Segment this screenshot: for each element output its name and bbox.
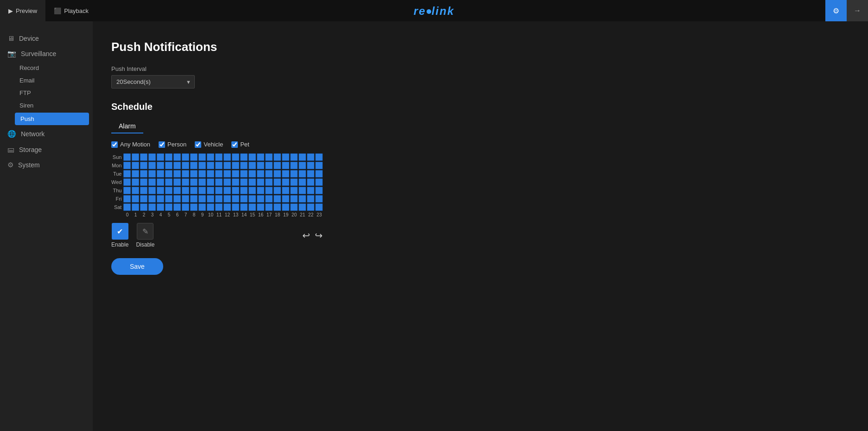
grid-cell[interactable]: [182, 178, 189, 186]
grid-cell[interactable]: [315, 178, 323, 186]
grid-cell[interactable]: [223, 178, 231, 186]
grid-cell[interactable]: [290, 187, 298, 194]
grid-cell[interactable]: [132, 203, 139, 211]
grid-cell[interactable]: [148, 162, 156, 169]
grid-cell[interactable]: [232, 203, 239, 211]
sidebar-item-system[interactable]: ⚙ System: [0, 157, 93, 173]
grid-cell[interactable]: [299, 153, 306, 161]
grid-cell[interactable]: [198, 187, 206, 194]
grid-cell[interactable]: [249, 203, 256, 211]
grid-cell[interactable]: [148, 195, 156, 203]
grid-cell[interactable]: [307, 203, 314, 211]
grid-cell[interactable]: [282, 203, 289, 211]
grid-cell[interactable]: [190, 170, 198, 177]
grid-cell[interactable]: [232, 170, 239, 177]
preview-button[interactable]: ▶ Preview: [0, 0, 45, 21]
grid-cell[interactable]: [182, 195, 189, 203]
grid-cell[interactable]: [132, 178, 139, 186]
grid-cell[interactable]: [123, 170, 131, 177]
grid-cell[interactable]: [307, 178, 314, 186]
grid-cell[interactable]: [198, 162, 206, 169]
grid-cell[interactable]: [132, 187, 139, 194]
sidebar-sub-email[interactable]: Email: [0, 74, 93, 87]
grid-cell[interactable]: [249, 187, 256, 194]
grid-cell[interactable]: [165, 195, 172, 203]
grid-cell[interactable]: [215, 178, 223, 186]
sidebar-item-surveillance[interactable]: 📷 Surveillance: [0, 46, 93, 62]
grid-cell[interactable]: [207, 170, 214, 177]
grid-cell[interactable]: [157, 203, 164, 211]
grid-cell[interactable]: [182, 162, 189, 169]
grid-cell[interactable]: [223, 162, 231, 169]
grid-cell[interactable]: [198, 195, 206, 203]
grid-cell[interactable]: [257, 195, 264, 203]
grid-cell[interactable]: [140, 170, 147, 177]
grid-cell[interactable]: [165, 153, 172, 161]
grid-cell[interactable]: [148, 187, 156, 194]
grid-cell[interactable]: [290, 153, 298, 161]
grid-cell[interactable]: [249, 195, 256, 203]
grid-cell[interactable]: [173, 195, 181, 203]
checkbox-vehicle[interactable]: Vehicle: [195, 141, 223, 148]
grid-cell[interactable]: [190, 203, 198, 211]
grid-cell[interactable]: [265, 187, 273, 194]
grid-cell[interactable]: [299, 187, 306, 194]
settings-button[interactable]: ⚙: [825, 0, 847, 21]
grid-cell[interactable]: [274, 203, 281, 211]
grid-cell[interactable]: [173, 153, 181, 161]
grid-cell[interactable]: [140, 203, 147, 211]
grid-cell[interactable]: [257, 178, 264, 186]
tab-alarm[interactable]: Alarm: [111, 120, 143, 133]
grid-cell[interactable]: [290, 162, 298, 169]
grid-cell[interactable]: [274, 195, 281, 203]
sidebar-sub-ftp[interactable]: FTP: [0, 87, 93, 99]
sidebar-item-device[interactable]: 🖥 Device: [0, 31, 93, 46]
pet-checkbox[interactable]: [231, 141, 238, 148]
grid-cell[interactable]: [265, 203, 273, 211]
grid-cell[interactable]: [282, 195, 289, 203]
grid-cell[interactable]: [249, 162, 256, 169]
grid-cell[interactable]: [240, 162, 248, 169]
grid-cell[interactable]: [257, 162, 264, 169]
grid-cell[interactable]: [207, 153, 214, 161]
grid-cell[interactable]: [132, 162, 139, 169]
checkbox-pet[interactable]: Pet: [231, 141, 249, 148]
grid-cell[interactable]: [173, 187, 181, 194]
grid-cell[interactable]: [257, 203, 264, 211]
grid-cell[interactable]: [232, 187, 239, 194]
sidebar-sub-record[interactable]: Record: [0, 62, 93, 74]
grid-cell[interactable]: [240, 153, 248, 161]
grid-cell[interactable]: [215, 203, 223, 211]
grid-cell[interactable]: [315, 153, 323, 161]
grid-cell[interactable]: [165, 187, 172, 194]
person-checkbox[interactable]: [159, 141, 165, 148]
arrow-button[interactable]: →: [847, 0, 868, 21]
grid-cell[interactable]: [173, 203, 181, 211]
grid-cell[interactable]: [290, 178, 298, 186]
sidebar-item-storage[interactable]: 🖴 Storage: [0, 142, 93, 157]
grid-cell[interactable]: [198, 170, 206, 177]
grid-cell[interactable]: [307, 153, 314, 161]
grid-cell[interactable]: [223, 195, 231, 203]
grid-cell[interactable]: [148, 153, 156, 161]
grid-cell[interactable]: [299, 203, 306, 211]
grid-cell[interactable]: [190, 187, 198, 194]
grid-cell[interactable]: [215, 170, 223, 177]
grid-cell[interactable]: [274, 178, 281, 186]
grid-cell[interactable]: [207, 195, 214, 203]
save-button[interactable]: Save: [111, 258, 163, 275]
grid-cell[interactable]: [265, 170, 273, 177]
grid-cell[interactable]: [198, 153, 206, 161]
push-interval-select[interactable]: 2Second(s) 5Second(s) 10Second(s) 20Seco…: [111, 75, 195, 89]
grid-cell[interactable]: [307, 162, 314, 169]
grid-cell[interactable]: [265, 153, 273, 161]
grid-cell[interactable]: [123, 178, 131, 186]
grid-cell[interactable]: [123, 203, 131, 211]
grid-cell[interactable]: [165, 203, 172, 211]
grid-cell[interactable]: [282, 187, 289, 194]
grid-cell[interactable]: [207, 162, 214, 169]
grid-cell[interactable]: [282, 170, 289, 177]
grid-cell[interactable]: [157, 170, 164, 177]
grid-cell[interactable]: [282, 178, 289, 186]
grid-cell[interactable]: [257, 187, 264, 194]
